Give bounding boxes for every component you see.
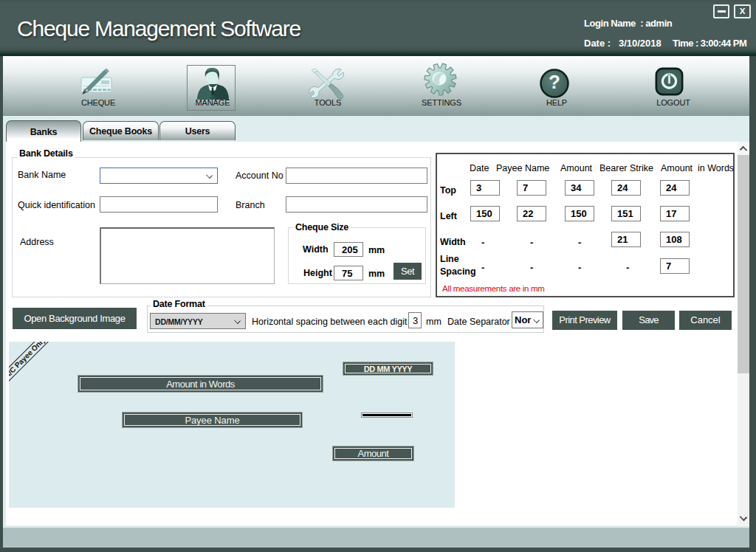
svg-text:?: ? (549, 71, 560, 93)
